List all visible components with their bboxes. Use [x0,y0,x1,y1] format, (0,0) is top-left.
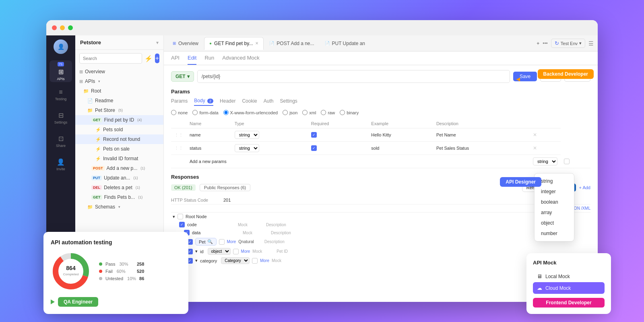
del-tag: DEL [91,185,102,190]
tab-get-find-pet[interactable]: ● GET Find pet by... ✕ [204,37,264,50]
id-type-select[interactable]: object [208,248,231,255]
search-input[interactable] [79,53,142,64]
dropdown-integer[interactable]: integer [535,186,574,197]
cat2-more[interactable]: More [260,258,269,263]
tab-put-update[interactable]: 📄 PUT Update an [320,37,370,50]
param-tab-cookie[interactable]: Cookie [242,98,257,105]
code-check[interactable]: ✓ [179,222,185,227]
radio-binary[interactable]: binary [340,110,359,115]
maximize-button[interactable] [68,25,73,30]
add-param-label[interactable]: Add a new params [190,159,227,164]
dropdown-boolean[interactable]: boolean [535,197,574,207]
dropdown-array[interactable]: array [535,207,574,218]
radio-form-data[interactable]: form-data [192,110,218,115]
param-tab-settings[interactable]: Settings [280,98,297,105]
param-tab-auth[interactable]: Auth [264,98,274,105]
close-button[interactable] [52,25,57,30]
row-required-1[interactable]: ✓ [311,132,317,138]
public-responses-button[interactable]: Public Responses (6) [200,184,251,191]
add-tab-button[interactable]: + [537,41,539,46]
file-sidebar-header: Petstore ▾ [75,35,163,50]
legend-untested: Untested 10% 86 [99,276,144,281]
expand-root[interactable]: ▾ [173,214,175,219]
delete-row-1[interactable]: ✕ [533,132,537,138]
radio-xml[interactable]: xml [302,110,316,115]
testing-label: Testing [55,97,67,101]
tree-post-add[interactable]: POST Add a new p... (1) [75,163,163,173]
tree-apis[interactable]: ⊞ APIs ▾ [75,76,163,86]
param-tab-header[interactable]: Header [220,98,235,105]
radio-json[interactable]: json [283,110,297,115]
tree-schemas[interactable]: 📁 Schemas ▾ [75,202,163,212]
env-selector[interactable]: ↻ Test Env ▾ [551,39,585,48]
tab-post-add[interactable]: 📄 POST Add a ne... [264,37,319,50]
add-response-button[interactable]: + Add [579,185,590,190]
method-selector[interactable]: GET ▾ [171,71,194,82]
inner-tab-run[interactable]: Run [204,55,214,65]
inner-tab-api[interactable]: API [171,55,180,65]
invite-label: Invite [56,167,65,171]
tree-pets-on-sale[interactable]: ⚡ Pets on sale [75,144,163,154]
row-required-2[interactable]: ✓ [311,145,317,151]
row-type-1[interactable]: string [235,131,259,139]
tree-find-pet[interactable]: GET Find pet by ID (4) [75,115,163,125]
inner-tab-edit[interactable]: Edit [188,55,196,65]
delete-row-2[interactable]: ✕ [533,145,537,151]
sidebar-item-share[interactable]: ⊡ Share [50,130,72,152]
radio-none[interactable]: none [171,110,188,115]
add-type-select[interactable]: string [533,157,557,165]
tab-overview[interactable]: ⊞ Overview [168,37,203,50]
dropdown-object[interactable]: object [535,218,574,228]
drag-handle[interactable]: ⋮⋮ [174,132,183,137]
tree-get-finds[interactable]: GET Finds Pets b... (1) [75,192,163,202]
radio-raw[interactable]: raw [321,110,335,115]
id-more[interactable]: More [227,239,236,244]
tree-invalid-id[interactable]: ⚡ Invalid ID format [75,154,163,163]
id-more-check[interactable] [219,239,225,245]
radio-xwww[interactable]: X-www-form-urlencoded [223,110,278,115]
param-tab-params[interactable]: Params [171,98,188,105]
dropdown-number[interactable]: number [535,228,574,239]
param-tab-body[interactable]: Body 2 [194,98,213,106]
row-type-2[interactable]: string [235,144,259,152]
root-check[interactable] [178,214,183,219]
tree-overview[interactable]: ⊞ Overview [75,67,163,76]
tree-record-not-found[interactable]: ⚡ Record not found [75,134,163,144]
readme-icon: 📄 [87,98,93,103]
sidebar-item-settings[interactable]: ⊟ Settings [50,107,72,129]
expand-cat[interactable]: ▾ [195,249,198,254]
row-desc-2: Pet Sales Status [433,142,530,155]
drag-handle-2[interactable]: ⋮⋮ [174,146,183,151]
more-tabs-button[interactable]: ••• [543,41,548,46]
filter-button[interactable]: ⚡ [144,54,153,63]
inner-tab-advanced-mock[interactable]: Advanced Mock [222,55,260,65]
add-api-button[interactable]: + [155,54,159,63]
tab-close-icon[interactable]: ✕ [255,41,258,45]
cat2-type-select[interactable]: Category [221,257,250,264]
tree-readme[interactable]: 📄 Readme [75,96,163,105]
mock-item-local[interactable]: 🖥 Local Mock [533,270,605,282]
avatar[interactable]: 👤 [54,39,68,54]
expand-cat2[interactable]: ▾ [195,258,198,263]
code-mock: Mock [238,223,248,227]
tab-bar-settings-icon[interactable]: ☰ [588,40,594,47]
post-tag: POST [91,166,105,171]
tree-del-pet[interactable]: DEL Deletes a pet (1) [75,183,163,192]
col-example: Example [368,119,433,128]
sidebar-item-invite[interactable]: 👤 Invite [50,154,72,175]
tree-put-update[interactable]: PUT Update an... (1) [75,173,163,183]
cat-more-check[interactable] [233,249,239,254]
minimize-button[interactable] [60,25,65,30]
sidebar-item-apis[interactable]: 71 ⊞ APIs [50,60,72,82]
apis-label: APIs [57,77,64,81]
put-count: (1) [133,176,138,180]
add-required[interactable] [564,159,570,164]
tree-root[interactable]: 📁 Root [75,86,163,96]
tree-petstore[interactable]: 📁 Pet Store (5) [75,105,163,115]
url-input[interactable] [197,70,510,83]
cat2-more-check[interactable] [252,258,258,264]
cat-more[interactable]: More [241,249,250,254]
tree-pets-sold[interactable]: ⚡ Pets sold [75,125,163,134]
sidebar-item-testing[interactable]: ≡ Testing [50,84,72,105]
mock-item-cloud[interactable]: ☁ Cloud Mock [533,282,605,294]
